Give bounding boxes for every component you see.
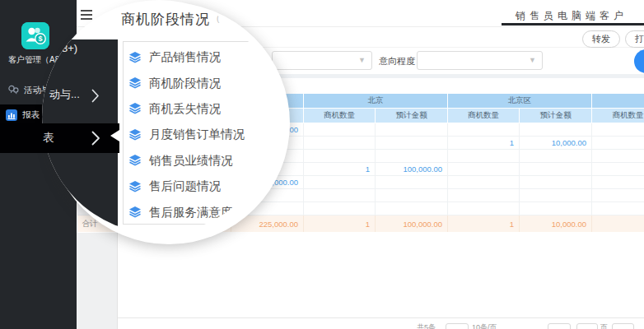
pagination-control[interactable]	[576, 323, 598, 329]
value-cell	[520, 123, 592, 137]
report-menu-item[interactable]: 商机丢失情况	[123, 96, 276, 122]
value-cell: 1	[304, 163, 376, 176]
value-cell	[592, 176, 644, 189]
report-menu-item[interactable]: 商机阶段情况	[123, 70, 276, 95]
value-cell	[592, 189, 644, 202]
hamburger-menu-icon[interactable]	[81, 10, 92, 20]
column-group-header: 北京区	[448, 94, 592, 109]
pagination-text: 10条/页	[472, 322, 508, 329]
value-cell: 1	[448, 137, 520, 150]
submenu-panel-strip	[77, 233, 118, 329]
pagination-control[interactable]	[548, 323, 571, 329]
panel-pointer-arrow	[110, 130, 119, 141]
column-header: 商机数量	[448, 109, 520, 123]
active-tab-underline	[502, 23, 644, 25]
chevron-right-icon	[91, 131, 100, 146]
column-header: 预计金额	[376, 109, 448, 123]
print-button[interactable]: 打印	[625, 30, 644, 48]
active-report-tab[interactable]: 销售员电脑端客户	[516, 9, 628, 23]
value-cell: 10,000.00	[520, 137, 592, 150]
value-cell	[520, 163, 592, 176]
value-cell	[376, 137, 448, 150]
value-cell	[448, 163, 520, 176]
layers-icon	[128, 51, 142, 64]
chevron-down-icon: ▼	[358, 56, 366, 64]
sidebar-item-reports[interactable]: 报表	[6, 107, 40, 122]
report-menu-item[interactable]: 销售员业绩情况	[123, 148, 276, 174]
value-cell	[448, 202, 520, 215]
report-menu-item-label: 销售员业绩情况	[149, 153, 233, 169]
value-cell	[520, 150, 592, 163]
pagination-control[interactable]	[612, 323, 634, 329]
column-header: 商机数量	[304, 109, 376, 123]
selected-row-label: 表	[43, 131, 54, 146]
total-value-cell: 1	[304, 215, 376, 233]
value-cell	[592, 123, 644, 137]
intent-level-dropdown[interactable]: ▼	[417, 51, 543, 70]
value-cell	[376, 150, 448, 163]
value-cell	[304, 150, 376, 163]
sidebar-item-label: 报表	[22, 109, 40, 119]
forward-button[interactable]: 转发	[582, 30, 620, 48]
report-menu-item[interactable]: 产品销售情况	[123, 44, 276, 70]
report-menu-item-label: 产品销售情况	[149, 49, 221, 65]
layers-icon	[128, 76, 142, 90]
magnifier-lens: (A8+) 动与... 商机阶段情况 ( 产品销售情况商机阶段情况商机丢失情况月…	[42, 0, 276, 234]
value-cell	[520, 189, 592, 202]
value-cell	[592, 137, 644, 150]
value-cell	[304, 176, 376, 189]
bar-chart-icon	[6, 109, 17, 121]
value-cell	[376, 189, 448, 202]
layers-icon	[128, 102, 142, 115]
value-cell	[304, 202, 376, 215]
value-cell	[448, 123, 520, 137]
value-cell	[592, 163, 644, 176]
pagination-text: 页	[600, 322, 610, 329]
value-cell	[448, 150, 520, 163]
magnified-selected-row[interactable]: 表	[0, 123, 119, 153]
value-cell: 100,000.00	[376, 163, 448, 176]
pagination-control[interactable]	[446, 323, 469, 329]
value-cell	[520, 176, 592, 189]
crm-app-icon[interactable]: $	[21, 22, 49, 49]
intent-level-label: 意向程度	[379, 55, 415, 67]
total-value-cell: 10,000.00	[520, 215, 592, 233]
column-group-header: 北京	[304, 94, 448, 109]
value-cell	[304, 137, 376, 150]
total-value-cell: 1	[448, 215, 520, 233]
report-menu-item-label: 月度销售订单情况	[149, 127, 245, 142]
pagination-divider	[77, 317, 644, 318]
filter-dropdown-1[interactable]: ▼	[272, 51, 372, 70]
svg-text:$: $	[38, 35, 42, 43]
value-cell	[448, 189, 520, 202]
column-group-header	[592, 94, 644, 109]
floating-action-button[interactable]	[634, 49, 644, 73]
pagination-text: 共5条	[417, 322, 445, 329]
layers-icon	[128, 128, 142, 141]
value-cell	[520, 202, 592, 215]
value-cell	[376, 176, 448, 189]
layers-icon	[128, 206, 142, 219]
total-value-cell	[592, 215, 644, 233]
chevron-down-icon: ▼	[529, 56, 536, 64]
layers-icon	[128, 154, 142, 167]
column-header: 预计金额	[520, 109, 592, 123]
total-value-cell: 100,000.00	[376, 215, 448, 233]
value-cell	[448, 176, 520, 189]
magnified-activity-label: 动与...	[49, 87, 80, 102]
report-menu-item-label: 售后问题情况	[149, 178, 221, 194]
report-menu-item-label: 商机阶段情况	[149, 76, 221, 91]
report-menu-item[interactable]: 月度销售订单情况	[123, 122, 276, 147]
value-cell	[304, 189, 376, 202]
balloons-icon	[7, 84, 20, 96]
value-cell	[592, 150, 644, 163]
value-cell	[376, 123, 448, 137]
app-window: 销售员电脑端客户 转发 打印 ▼ 意向程度 ▼ 北京北京区商机数量预计金额商机数…	[0, 0, 644, 329]
value-cell	[592, 202, 644, 215]
page-title: 商机阶段情况	[121, 10, 210, 29]
value-cell	[304, 123, 376, 137]
chevron-right-icon	[91, 89, 100, 103]
layers-icon	[128, 180, 142, 193]
report-menu-item-label: 商机丢失情况	[149, 101, 221, 117]
column-header: 商机数量	[592, 109, 644, 123]
